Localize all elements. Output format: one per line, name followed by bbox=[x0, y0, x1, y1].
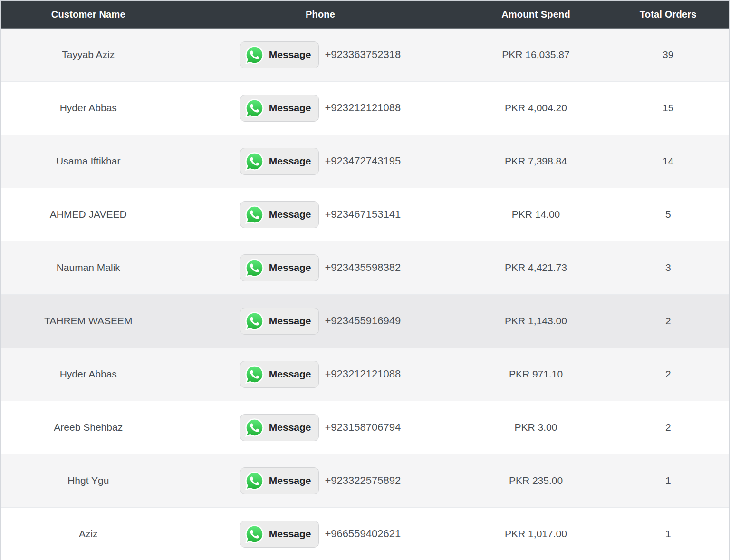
total-orders-cell: 39 bbox=[607, 28, 729, 81]
customer-name: Tayyab Aziz bbox=[62, 49, 115, 60]
phone-cell: Message +923472743195 bbox=[176, 135, 465, 188]
amount-spend-value: PKR 14.00 bbox=[512, 209, 560, 220]
message-button-label: Message bbox=[269, 422, 311, 433]
amount-spend-cell: PKR 3.00 bbox=[465, 401, 607, 454]
amount-spend-value: PKR 3.00 bbox=[515, 422, 557, 433]
phone-number: +923472743195 bbox=[325, 155, 401, 167]
message-button-label: Message bbox=[269, 102, 311, 114]
phone-number: +966559402621 bbox=[325, 528, 401, 540]
amount-spend-cell: PKR 1,017.00 bbox=[465, 507, 607, 560]
amount-spend-value: PKR 971.10 bbox=[509, 368, 563, 379]
amount-spend-value: PKR 1,143.00 bbox=[505, 315, 567, 326]
amount-spend-value: PKR 1,017.00 bbox=[505, 528, 567, 539]
total-orders-cell: 2 bbox=[607, 348, 729, 401]
whatsapp-icon bbox=[245, 152, 264, 171]
whatsapp-icon bbox=[245, 365, 264, 384]
whatsapp-message-button[interactable]: Message bbox=[240, 467, 319, 494]
customer-name-cell: TAHREM WASEEM bbox=[1, 294, 176, 348]
whatsapp-message-button[interactable]: Message bbox=[240, 414, 319, 441]
whatsapp-icon bbox=[245, 258, 264, 278]
table-row: Usama Iftikhar Message +923472743195 bbox=[1, 135, 729, 188]
customers-table: Customer Name Phone Amount Spend Total O… bbox=[1, 1, 729, 560]
total-orders-value: 5 bbox=[665, 209, 671, 220]
total-orders-cell: 2 bbox=[607, 294, 729, 348]
amount-spend-value: PKR 4,004.20 bbox=[505, 102, 567, 113]
table-row: Aziz Message +966559402621 PKR bbox=[1, 507, 729, 560]
message-button-label: Message bbox=[269, 262, 311, 273]
phone-cell-content: Message +923363752318 bbox=[177, 41, 464, 68]
table-row: Nauman Malik Message +923435598382 bbox=[1, 241, 729, 294]
phone-cell: Message +966559402621 bbox=[176, 507, 465, 560]
amount-spend-value: PKR 235.00 bbox=[509, 475, 563, 486]
phone-number: +923435598382 bbox=[325, 261, 401, 274]
phone-cell-content: Message +966559402621 bbox=[177, 521, 464, 548]
total-orders-value: 2 bbox=[665, 422, 671, 433]
column-header-customer-name: Customer Name bbox=[1, 1, 176, 28]
total-orders-cell: 3 bbox=[607, 241, 729, 294]
phone-cell-content: Message +923212121088 bbox=[177, 95, 464, 122]
amount-spend-cell: PKR 7,398.84 bbox=[465, 135, 607, 188]
whatsapp-icon bbox=[245, 311, 264, 331]
phone-number: +923212121088 bbox=[325, 102, 401, 114]
column-header-amount-spend: Amount Spend bbox=[465, 1, 607, 28]
amount-spend-cell: PKR 971.10 bbox=[465, 348, 607, 401]
customer-name-cell: Hhgt Ygu bbox=[1, 454, 176, 507]
phone-cell: Message +923158706794 bbox=[176, 401, 465, 454]
whatsapp-message-button[interactable]: Message bbox=[240, 521, 319, 548]
customer-name-cell: Hyder Abbas bbox=[1, 348, 176, 401]
whatsapp-message-button[interactable]: Message bbox=[240, 308, 319, 335]
message-button-label: Message bbox=[269, 315, 311, 327]
phone-number: +923363752318 bbox=[325, 48, 401, 61]
table-body: Tayyab Aziz Message +923363752318 bbox=[1, 28, 729, 560]
whatsapp-icon bbox=[245, 524, 264, 544]
customer-name: TAHREM WASEEM bbox=[44, 315, 133, 326]
customer-name-cell: AHMED JAVEED bbox=[1, 188, 176, 241]
whatsapp-message-button[interactable]: Message bbox=[240, 95, 319, 122]
customer-name-cell: Tayyab Aziz bbox=[1, 28, 176, 81]
whatsapp-message-button[interactable]: Message bbox=[240, 254, 319, 281]
message-button-label: Message bbox=[269, 368, 311, 380]
whatsapp-icon bbox=[245, 45, 264, 65]
customer-name-cell: Hyder Abbas bbox=[1, 81, 176, 135]
total-orders-cell: 2 bbox=[607, 401, 729, 454]
table-row: AHMED JAVEED Message +923467153141 bbox=[1, 188, 729, 241]
phone-cell-content: Message +923158706794 bbox=[177, 414, 464, 441]
message-button-label: Message bbox=[269, 209, 311, 220]
total-orders-cell: 15 bbox=[607, 81, 729, 135]
phone-cell-content: Message +923212121088 bbox=[177, 361, 464, 388]
table-row: Tayyab Aziz Message +923363752318 bbox=[1, 28, 729, 81]
whatsapp-message-button[interactable]: Message bbox=[240, 41, 319, 68]
whatsapp-message-button[interactable]: Message bbox=[240, 361, 319, 388]
message-button-label: Message bbox=[269, 528, 311, 540]
table-row: Hyder Abbas Message +923212121088 bbox=[1, 348, 729, 401]
customer-name-cell: Usama Iftikhar bbox=[1, 135, 176, 188]
total-orders-value: 3 bbox=[665, 262, 671, 273]
total-orders-cell: 1 bbox=[607, 507, 729, 560]
whatsapp-icon bbox=[245, 418, 264, 437]
customer-name: Hhgt Ygu bbox=[67, 475, 109, 486]
phone-number: +923467153141 bbox=[325, 208, 401, 221]
message-button-label: Message bbox=[269, 155, 311, 167]
customer-name-cell: Areeb Shehbaz bbox=[1, 401, 176, 454]
phone-cell-content: Message +923322575892 bbox=[177, 467, 464, 494]
total-orders-value: 1 bbox=[665, 528, 671, 539]
customer-name: Hyder Abbas bbox=[60, 102, 117, 113]
customers-table-container: Customer Name Phone Amount Spend Total O… bbox=[0, 0, 730, 560]
phone-cell: Message +923363752318 bbox=[176, 28, 465, 81]
phone-cell: Message +923212121088 bbox=[176, 348, 465, 401]
total-orders-cell: 1 bbox=[607, 454, 729, 507]
customer-name: Nauman Malik bbox=[57, 262, 120, 273]
column-header-total-orders: Total Orders bbox=[607, 1, 729, 28]
customer-name: Aziz bbox=[79, 528, 98, 539]
whatsapp-icon bbox=[245, 471, 264, 491]
whatsapp-message-button[interactable]: Message bbox=[240, 201, 319, 228]
whatsapp-icon bbox=[245, 98, 264, 118]
total-orders-cell: 14 bbox=[607, 135, 729, 188]
table-header-row: Customer Name Phone Amount Spend Total O… bbox=[1, 1, 729, 28]
phone-cell: Message +923467153141 bbox=[176, 188, 465, 241]
amount-spend-cell: PKR 16,035.87 bbox=[465, 28, 607, 81]
phone-cell-content: Message +923435598382 bbox=[177, 254, 464, 281]
customer-name: Areeb Shehbaz bbox=[54, 422, 123, 433]
whatsapp-message-button[interactable]: Message bbox=[240, 148, 319, 175]
phone-number: +923212121088 bbox=[325, 368, 401, 380]
